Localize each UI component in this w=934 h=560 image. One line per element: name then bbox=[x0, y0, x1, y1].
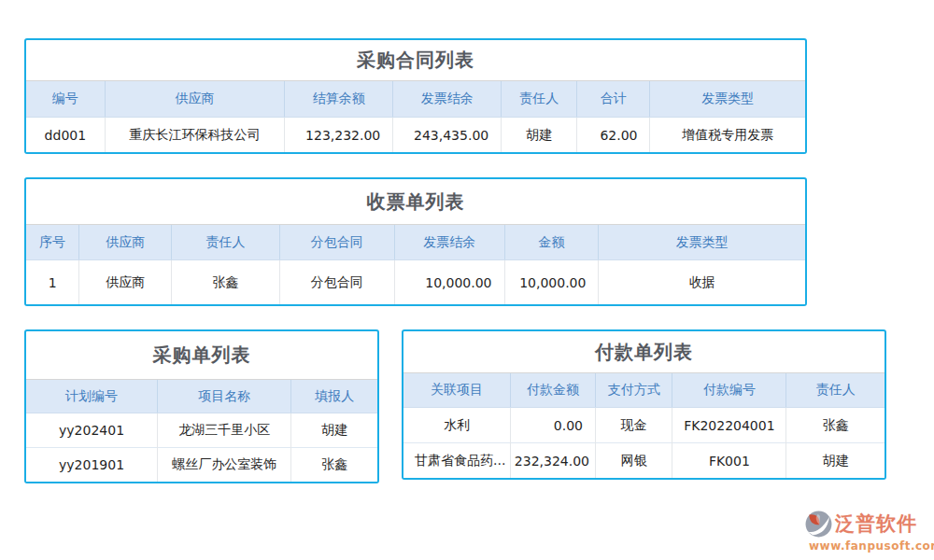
table-row: dd001 重庆长江环保科技公司 123,232.00 243,435.00 胡… bbox=[26, 118, 805, 153]
table-row: 1 供应商 张鑫 分包合同 10,000.00 10,000.00 收据 bbox=[26, 260, 805, 305]
table-cell: 62.00 bbox=[577, 118, 650, 153]
receipt-list-panel: 收票单列表 序号 供应商 责任人 分包合同 发票结余 金额 发票类型 1 供应商… bbox=[24, 177, 807, 306]
header-row: 序号 供应商 责任人 分包合同 发票结余 金额 发票类型 bbox=[26, 225, 805, 260]
table-cell: FK001 bbox=[672, 443, 786, 479]
column-header: 责任人 bbox=[502, 81, 577, 118]
purchase-order-title: 采购单列表 bbox=[26, 331, 377, 379]
column-header: 填报人 bbox=[291, 380, 377, 413]
header-row: 关联项目 付款金额 支付方式 付款编号 责任人 bbox=[403, 373, 884, 408]
purchase-contract-table: 编号 供应商 结算余额 发票结余 责任人 合计 发票类型 dd001 重庆长江环… bbox=[26, 80, 805, 152]
table-cell: dd001 bbox=[26, 118, 105, 153]
column-header: 项目名称 bbox=[158, 380, 291, 413]
column-header: 供应商 bbox=[105, 81, 285, 118]
table-cell: 水利 bbox=[403, 408, 510, 443]
fanpu-logo-icon bbox=[803, 510, 834, 539]
purchase-contract-panel: 采购合同列表 编号 供应商 结算余额 发票结余 责任人 合计 发票类型 dd00… bbox=[24, 38, 807, 154]
column-header: 供应商 bbox=[79, 225, 172, 260]
table-cell: 甘肃省食品药... bbox=[403, 443, 510, 479]
table-cell: 232,324.00 bbox=[510, 443, 595, 479]
table-cell: 螺丝厂办公室装饰 bbox=[158, 448, 291, 483]
table-row: yy202401 龙湖三千里小区 胡建 bbox=[26, 413, 377, 448]
table-cell: 123,232.00 bbox=[285, 118, 393, 153]
purchase-order-panel: 采购单列表 计划编号 项目名称 填报人 yy202401 龙湖三千里小区 胡建 … bbox=[24, 329, 379, 483]
column-header: 金额 bbox=[504, 225, 599, 260]
column-header: 责任人 bbox=[786, 373, 884, 408]
table-row: 水利 0.00 现金 FK202204001 张鑫 bbox=[403, 408, 884, 443]
table-cell: 张鑫 bbox=[172, 260, 279, 305]
table-cell: 胡建 bbox=[786, 443, 884, 479]
purchase-order-table: 计划编号 项目名称 填报人 yy202401 龙湖三千里小区 胡建 yy2019… bbox=[26, 379, 377, 482]
table-cell: FK202204001 bbox=[672, 408, 786, 443]
table-cell: yy202401 bbox=[26, 413, 158, 448]
fanpu-website-url: www.fanpusoft.com bbox=[803, 539, 928, 553]
column-header: 责任人 bbox=[172, 225, 279, 260]
table-cell: 10,000.00 bbox=[504, 260, 599, 305]
table-cell: 现金 bbox=[595, 408, 672, 443]
table-cell: 分包合同 bbox=[279, 260, 394, 305]
column-header: 分包合同 bbox=[279, 225, 394, 260]
header-row: 计划编号 项目名称 填报人 bbox=[26, 380, 377, 413]
column-header: 合计 bbox=[577, 81, 650, 118]
column-header: 付款编号 bbox=[672, 373, 786, 408]
column-header: 结算余额 bbox=[285, 81, 393, 118]
table-row: yy201901 螺丝厂办公室装饰 张鑫 bbox=[26, 448, 377, 483]
column-header: 付款金额 bbox=[510, 373, 595, 408]
table-cell: 胡建 bbox=[502, 118, 577, 153]
column-header: 发票类型 bbox=[650, 81, 805, 118]
table-cell: 龙湖三千里小区 bbox=[158, 413, 291, 448]
fanpu-logo[interactable]: 泛普软件 www.fanpusoft.com bbox=[803, 510, 928, 553]
column-header: 支付方式 bbox=[595, 373, 672, 408]
table-cell: 重庆长江环保科技公司 bbox=[105, 118, 285, 153]
column-header: 计划编号 bbox=[26, 380, 158, 413]
column-header: 编号 bbox=[26, 81, 105, 118]
purchase-contract-title: 采购合同列表 bbox=[26, 40, 805, 80]
payment-list-title: 付款单列表 bbox=[403, 331, 884, 372]
payment-list-table: 关联项目 付款金额 支付方式 付款编号 责任人 水利 0.00 现金 FK202… bbox=[403, 372, 884, 478]
receipt-list-title: 收票单列表 bbox=[26, 179, 805, 224]
column-header: 序号 bbox=[26, 225, 79, 260]
table-cell: 张鑫 bbox=[786, 408, 884, 443]
table-cell: 供应商 bbox=[79, 260, 172, 305]
column-header: 发票类型 bbox=[599, 225, 805, 260]
table-row: 甘肃省食品药... 232,324.00 网银 FK001 胡建 bbox=[403, 443, 884, 479]
receipt-list-table: 序号 供应商 责任人 分包合同 发票结余 金额 发票类型 1 供应商 张鑫 分包… bbox=[26, 224, 805, 304]
fanpu-brand-text: 泛普软件 bbox=[835, 514, 917, 534]
column-header: 发票结余 bbox=[394, 225, 504, 260]
table-cell: 网银 bbox=[595, 443, 672, 479]
table-cell: 1 bbox=[26, 260, 79, 305]
payment-list-panel: 付款单列表 关联项目 付款金额 支付方式 付款编号 责任人 水利 0.00 现金… bbox=[402, 329, 886, 480]
column-header: 发票结余 bbox=[393, 81, 502, 118]
table-cell: 0.00 bbox=[510, 408, 595, 443]
table-cell: 增值税专用发票 bbox=[650, 118, 805, 153]
table-cell: 243,435.00 bbox=[393, 118, 502, 153]
table-cell: 收据 bbox=[599, 260, 805, 305]
table-cell: 10,000.00 bbox=[394, 260, 504, 305]
table-cell: 胡建 bbox=[291, 413, 377, 448]
table-cell: 张鑫 bbox=[291, 448, 377, 483]
table-cell: yy201901 bbox=[26, 448, 158, 483]
header-row: 编号 供应商 结算余额 发票结余 责任人 合计 发票类型 bbox=[26, 81, 805, 118]
column-header: 关联项目 bbox=[403, 373, 510, 408]
